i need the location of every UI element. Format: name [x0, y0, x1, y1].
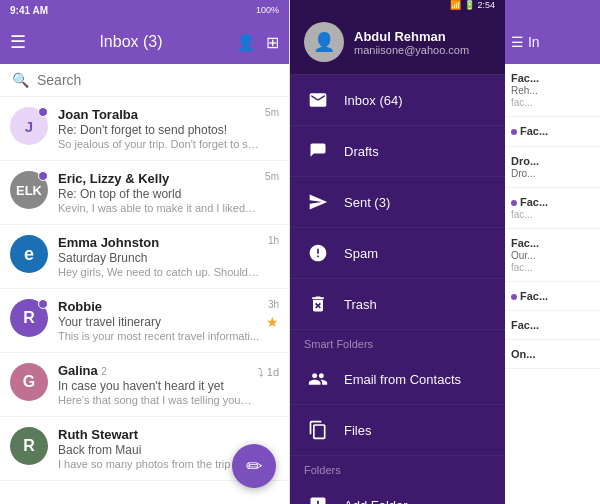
nav-drawer: 📶 🔋 2:54 👤 Abdul Rehman maniisone@yahoo.…	[290, 0, 505, 504]
right-subject-5: Our...	[511, 250, 594, 261]
email-subject-3: Saturday Brunch	[58, 251, 262, 265]
reply-icon-5: ⤵ 1d	[258, 366, 279, 378]
search-bar: 🔍	[0, 64, 289, 97]
right-email-item-1[interactable]: Fac... Reh... fac...	[505, 64, 600, 117]
right-email-item-6[interactable]: Fac...	[505, 282, 600, 311]
avatar-2: ELK	[10, 171, 48, 209]
right-subject-1: Reh...	[511, 85, 594, 96]
right-email-item-8[interactable]: On...	[505, 340, 600, 369]
right-header: ☰ In	[505, 20, 600, 64]
trash-icon	[304, 290, 332, 318]
compose-fab[interactable]: ✏	[232, 444, 276, 488]
right-sender-3: Dro...	[511, 155, 594, 167]
nav-label-contacts: Email from Contacts	[344, 372, 461, 387]
email-content-5: Galina 2 In case you haven't heard it ye…	[58, 363, 252, 406]
nav-item-trash[interactable]: Trash	[290, 279, 505, 330]
user-icon[interactable]: 👤	[236, 33, 256, 52]
email-item-2[interactable]: ELK Eric, Lizzy & Kelly Re: On top of th…	[0, 161, 289, 225]
nav-label-spam: Spam	[344, 246, 378, 261]
email-item-4[interactable]: R Robbie Your travel itinerary This is y…	[0, 289, 289, 353]
email-subject-2: Re: On top of the world	[58, 187, 259, 201]
email-item-1[interactable]: J Joan Toralba Re: Don't forget to send …	[0, 97, 289, 161]
email-list: J Joan Toralba Re: Don't forget to send …	[0, 97, 289, 504]
email-subject-1: Re: Don't forget to send photos!	[58, 123, 259, 137]
left-panel-wrapper: 9:41 AM 100% ☰ Inbox (3) 👤 ⊞ 🔍 J	[0, 0, 290, 504]
email-sender-4: Robbie	[58, 299, 260, 314]
right-email-item-4[interactable]: Fac... fac...	[505, 188, 600, 229]
right-email-item-2[interactable]: Fac...	[505, 117, 600, 147]
right-title: ☰ In	[511, 34, 540, 50]
nav-item-sent[interactable]: Sent (3)	[290, 177, 505, 228]
user-avatar: 👤	[304, 22, 344, 62]
nav-label-sent: Sent (3)	[344, 195, 390, 210]
inbox-title: Inbox (3)	[99, 33, 162, 51]
status-bar-left: 9:41 AM 100%	[0, 0, 289, 20]
compose-icon: ✏	[246, 454, 263, 478]
nav-label-inbox: Inbox (64)	[344, 93, 403, 108]
nav-item-spam[interactable]: Spam	[290, 228, 505, 279]
right-sender-2: Fac...	[511, 125, 594, 137]
nav-label-drafts: Drafts	[344, 144, 379, 159]
email-content-4: Robbie Your travel itinerary This is you…	[58, 299, 260, 342]
nav-item-files[interactable]: Files	[290, 405, 505, 456]
email-preview-5: Here's that song that I was telling you …	[58, 394, 252, 406]
inbox-icon	[304, 86, 332, 114]
email-sender-5: Galina 2	[58, 363, 252, 378]
search-input[interactable]	[37, 72, 277, 88]
user-profile: 👤 Abdul Rehman maniisone@yahoo.com	[290, 10, 505, 75]
right-preview-1: fac...	[511, 97, 594, 108]
avatar-1: J	[10, 107, 48, 145]
email-time-3: 1h	[268, 235, 279, 246]
battery-icon: 100%	[256, 5, 279, 15]
email-sender-3: Emma Johnston	[58, 235, 262, 250]
nav-item-add-folder[interactable]: Add Folder	[290, 480, 505, 504]
user-email: maniisone@yahoo.com	[354, 44, 469, 56]
right-sender-7: Fac...	[511, 319, 594, 331]
avatar-placeholder: 👤	[304, 22, 344, 62]
email-item-3[interactable]: e Emma Johnston Saturday Brunch Hey girl…	[0, 225, 289, 289]
right-sender-4: Fac...	[511, 196, 594, 208]
email-time-2: 5m	[265, 171, 279, 182]
nav-item-inbox[interactable]: Inbox (64)	[290, 75, 505, 126]
drafts-icon	[304, 137, 332, 165]
email-preview-4: This is your most recent travel informat…	[58, 330, 260, 342]
nav-label-files: Files	[344, 423, 371, 438]
avatar-4: R	[10, 299, 48, 337]
right-sender-5: Fac...	[511, 237, 594, 249]
search-icon: 🔍	[12, 72, 29, 88]
right-email-list: Fac... Reh... fac... Fac... Dro... Dro..…	[505, 64, 600, 504]
email-meta-5: ⤵ 1d	[258, 363, 279, 378]
right-subject-3: Dro...	[511, 168, 594, 179]
right-preview-5: fac...	[511, 262, 594, 273]
header-icons: 👤 ⊞	[236, 33, 279, 52]
right-sender-6: Fac...	[511, 290, 594, 302]
right-email-item-7[interactable]: Fac...	[505, 311, 600, 340]
smart-folders-label: Smart Folders	[290, 330, 505, 354]
right-sender-1: Fac...	[511, 72, 594, 84]
time-display: 9:41 AM	[10, 5, 48, 16]
left-panel: 9:41 AM 100% ☰ Inbox (3) 👤 ⊞ 🔍 J	[0, 0, 290, 504]
email-meta-2: 5m	[265, 171, 279, 182]
email-item-5[interactable]: G Galina 2 In case you haven't heard it …	[0, 353, 289, 417]
status-icons-middle: 📶 🔋 2:54	[450, 0, 495, 10]
email-preview-3: Hey girls, We need to catch up. Should I…	[58, 266, 262, 278]
right-status-bar	[505, 0, 600, 20]
email-preview-1: So jealous of your trip. Don't forget to…	[58, 138, 259, 150]
right-email-item-3[interactable]: Dro... Dro...	[505, 147, 600, 188]
email-sender-6: Ruth Stewart	[58, 427, 273, 442]
grid-icon[interactable]: ⊞	[266, 33, 279, 52]
email-time-4: 3h	[268, 299, 279, 310]
right-email-item-5[interactable]: Fac... Our... fac...	[505, 229, 600, 282]
avatar-5: G	[10, 363, 48, 401]
nav-item-drafts[interactable]: Drafts	[290, 126, 505, 177]
menu-icon[interactable]: ☰	[10, 31, 26, 53]
avatar-3: e	[10, 235, 48, 273]
email-sender-2: Eric, Lizzy & Kelly	[58, 171, 259, 186]
nav-label-trash: Trash	[344, 297, 377, 312]
spam-icon	[304, 239, 332, 267]
email-preview-2: Kevin, I was able to make it and I liked…	[58, 202, 259, 214]
email-content-3: Emma Johnston Saturday Brunch Hey girls,…	[58, 235, 262, 278]
contacts-icon	[304, 365, 332, 393]
nav-item-contacts[interactable]: Email from Contacts	[290, 354, 505, 405]
email-subject-5: In case you haven't heard it yet	[58, 379, 252, 393]
